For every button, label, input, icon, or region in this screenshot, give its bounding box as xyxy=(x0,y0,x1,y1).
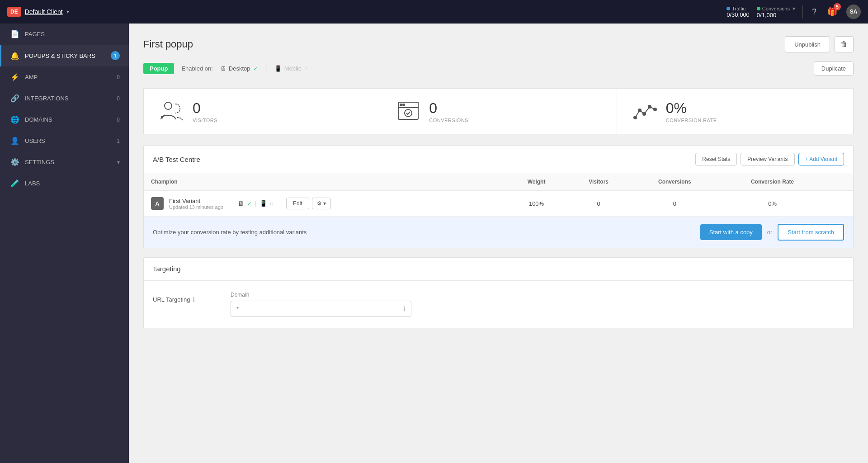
url-targeting-help-icon[interactable]: ℹ xyxy=(193,296,195,303)
ab-test-table: Champion Weight Visitors Conversions Con… xyxy=(144,173,853,217)
variant-mobile-check: ○ xyxy=(270,200,274,207)
edit-variant-button[interactable]: Edit xyxy=(286,198,309,209)
sidebar-item-amp[interactable]: ⚡ AMP 0 xyxy=(0,66,129,88)
svg-point-8 xyxy=(643,113,646,115)
url-targeting-label: URL Targeting ℹ xyxy=(153,296,216,303)
stats-row: 0 VISITORS 0 CONVERSIONS xyxy=(143,88,854,134)
popup-badge: Popup xyxy=(143,63,174,74)
desktop-device[interactable]: 🖥 Desktop ✓ xyxy=(220,65,258,72)
variant-desktop-check: ✓ xyxy=(247,200,252,207)
col-weight: Weight xyxy=(506,173,567,191)
sidebar-item-settings[interactable]: ⚙️ SETTINGS ▾ xyxy=(0,151,129,173)
sidebar-item-domains[interactable]: 🌐 DOMAINS 0 xyxy=(0,109,129,130)
duplicate-button[interactable]: Duplicate xyxy=(814,61,854,76)
targeting-title: Targeting xyxy=(153,265,181,273)
col-visitors: Visitors xyxy=(566,173,630,191)
conversions-icon xyxy=(395,98,422,125)
settings-chevron-icon: ▾ xyxy=(117,159,120,165)
conversions-dropdown-icon[interactable]: ▾ xyxy=(793,5,795,12)
mobile-icon: 📱 xyxy=(274,65,282,72)
sidebar-item-users[interactable]: 👤 USERS 1 xyxy=(0,130,129,151)
preview-variants-button[interactable]: Preview Variants xyxy=(741,153,794,165)
conversions-value: 0/1,000 xyxy=(757,12,776,19)
visitors-icon xyxy=(158,98,185,125)
conversion-rate-label: CONVERSION RATE xyxy=(666,118,717,123)
integrations-icon: 🔗 xyxy=(10,94,19,103)
desktop-check-icon: ✓ xyxy=(253,65,258,72)
col-actions xyxy=(826,173,853,191)
traffic-label: Traffic xyxy=(732,6,745,11)
unpublish-button[interactable]: Unpublish xyxy=(785,36,830,52)
visitors-number: 0 xyxy=(193,100,217,117)
domain-input-wrapper: ℹ xyxy=(231,301,411,317)
domain-label: Domain xyxy=(231,292,411,298)
variant-cell: A First Variant Updated 13 minutes ago 🖥… xyxy=(144,191,506,217)
conversions-number: 0 xyxy=(429,100,468,117)
conversion-rate-cell: 0% xyxy=(719,191,826,217)
cta-actions: Start with a copy or Start from scratch xyxy=(700,224,844,241)
top-navigation: DE Default Client ▾ Traffic 0/30,000 Con… xyxy=(0,0,868,24)
or-text: or xyxy=(767,229,773,236)
targeting-body: URL Targeting ℹ Domain ℹ xyxy=(144,281,853,328)
sidebar-item-popups[interactable]: 🔔 POPUPS & STICKY BARS 1 xyxy=(0,45,129,66)
sidebar-label-labs: LABS xyxy=(25,180,40,187)
cta-bar: Optimize your conversion rate by testing… xyxy=(144,217,853,248)
table-row: A First Variant Updated 13 minutes ago 🖥… xyxy=(144,191,853,217)
traffic-dot xyxy=(726,7,730,10)
delete-button[interactable]: 🗑 xyxy=(835,36,854,52)
add-variant-button[interactable]: + Add Variant xyxy=(798,153,844,165)
popups-badge: 1 xyxy=(111,51,120,60)
col-conversion-rate: Conversion Rate xyxy=(719,173,826,191)
nav-left: DE Default Client ▾ xyxy=(7,7,69,17)
conversions-stat: Conversions ▾ 0/1,000 xyxy=(757,5,795,19)
page-title: First popup xyxy=(143,38,193,50)
main-layout: 📄 PAGES 🔔 POPUPS & STICKY BARS 1 ⚡ AMP 0… xyxy=(0,24,868,463)
header-actions: Unpublish 🗑 xyxy=(785,36,854,52)
start-copy-button[interactable]: Start with a copy xyxy=(700,224,762,240)
mobile-device[interactable]: 📱 Mobile ○ xyxy=(274,65,308,72)
enabled-text: Enabled on: xyxy=(181,65,212,72)
client-dropdown-icon[interactable]: ▾ xyxy=(66,9,69,15)
popups-icon: 🔔 xyxy=(10,52,19,60)
sidebar-label-popups: POPUPS & STICKY BARS xyxy=(25,52,95,59)
start-scratch-button[interactable]: Start from scratch xyxy=(778,224,844,241)
weight-cell: 100% xyxy=(506,191,567,217)
nav-right: Traffic 0/30,000 Conversions ▾ 0/1,000 ?… xyxy=(726,5,861,19)
mobile-label: Mobile xyxy=(284,65,302,72)
variant-info: A First Variant Updated 13 minutes ago 🖥… xyxy=(151,197,499,210)
domain-info-icon[interactable]: ℹ xyxy=(403,305,406,312)
variant-name: First Variant xyxy=(169,198,223,204)
user-avatar[interactable]: SA xyxy=(846,5,861,19)
variant-badge: A xyxy=(151,197,164,210)
settings-variant-button[interactable]: ⚙ ▾ xyxy=(312,198,331,209)
targeting-header: Targeting xyxy=(144,258,853,281)
help-button[interactable]: ? xyxy=(810,5,818,19)
sidebar: 📄 PAGES 🔔 POPUPS & STICKY BARS 1 ⚡ AMP 0… xyxy=(0,24,129,463)
client-name[interactable]: Default Client xyxy=(25,8,63,15)
url-targeting-row: URL Targeting ℹ Domain ℹ xyxy=(153,292,844,317)
variant-details: First Variant Updated 13 minutes ago xyxy=(169,198,223,210)
variant-actions: Edit ⚙ ▾ xyxy=(286,198,331,209)
conversions-stat-card: 0 CONVERSIONS xyxy=(380,88,617,134)
ab-test-section: A/B Test Centre Reset Stats Preview Vari… xyxy=(143,145,854,248)
svg-point-0 xyxy=(165,102,172,109)
de-badge: DE xyxy=(7,7,21,17)
sidebar-item-integrations[interactable]: 🔗 INTEGRATIONS 0 xyxy=(0,88,129,109)
sidebar-label-domains: DOMAINS xyxy=(25,116,52,123)
svg-point-3 xyxy=(405,109,412,117)
sidebar-item-pages[interactable]: 📄 PAGES xyxy=(0,24,129,45)
sidebar-item-labs[interactable]: 🧪 LABS xyxy=(0,173,129,194)
domain-input[interactable] xyxy=(236,306,400,312)
svg-point-10 xyxy=(654,108,656,111)
device-separator: | xyxy=(265,65,267,73)
users-count: 1 xyxy=(117,138,120,144)
domains-icon: 🌐 xyxy=(10,115,19,124)
variant-mobile-icon: 📱 xyxy=(259,200,267,207)
gift-icon-wrap: 🎁 5 xyxy=(826,5,839,19)
sidebar-label-users: USERS xyxy=(25,137,45,144)
ab-test-header: A/B Test Centre Reset Stats Preview Vari… xyxy=(144,146,853,173)
conversion-rate-stat-body: 0% CONVERSION RATE xyxy=(666,100,717,123)
conversions-label: Conversions xyxy=(762,6,790,11)
reset-stats-button[interactable]: Reset Stats xyxy=(695,153,737,165)
conversions-cell: 0 xyxy=(631,191,719,217)
